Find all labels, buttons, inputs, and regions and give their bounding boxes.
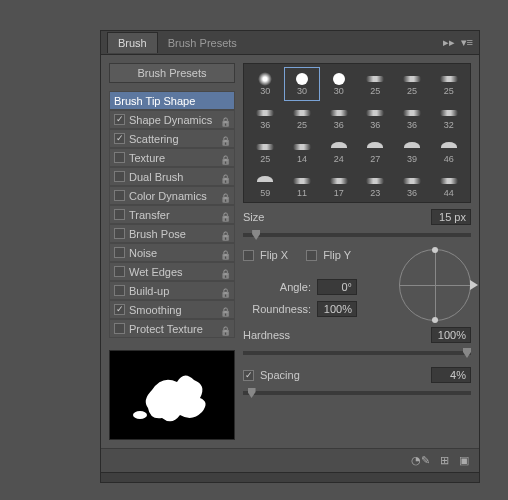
- hardness-slider[interactable]: [243, 351, 471, 355]
- option-color-dynamics[interactable]: Color Dynamics: [109, 186, 235, 205]
- brush-preview: [109, 350, 235, 440]
- option-checkbox[interactable]: [114, 228, 125, 239]
- option-checkbox[interactable]: [114, 190, 125, 201]
- option-checkbox[interactable]: [114, 114, 125, 125]
- option-checkbox[interactable]: [114, 266, 125, 277]
- option-label: Color Dynamics: [129, 190, 207, 202]
- option-wet-edges[interactable]: Wet Edges: [109, 262, 235, 281]
- brush-thumbnail[interactable]: 23: [358, 170, 393, 202]
- size-slider[interactable]: [243, 233, 471, 237]
- brush-thumbnail[interactable]: 59: [248, 170, 283, 202]
- lock-icon[interactable]: [220, 134, 230, 144]
- option-label: Wet Edges: [129, 266, 183, 278]
- panel-footer: ◔✎ ⊞ ▣: [101, 448, 479, 472]
- brush-thumbnail[interactable]: 44: [431, 170, 466, 202]
- collapse-icon[interactable]: ▸▸: [443, 36, 455, 49]
- option-protect-texture[interactable]: Protect Texture: [109, 319, 235, 338]
- brush-thumbnail[interactable]: 17: [321, 170, 356, 202]
- lock-icon[interactable]: [220, 324, 230, 334]
- brush-panel: Brush Brush Presets ▸▸ ▾≡ Brush Presets …: [100, 30, 480, 483]
- option-checkbox[interactable]: [114, 209, 125, 220]
- option-label: Brush Tip Shape: [114, 95, 195, 107]
- lock-icon[interactable]: [220, 172, 230, 182]
- option-noise[interactable]: Noise: [109, 243, 235, 262]
- option-transfer[interactable]: Transfer: [109, 205, 235, 224]
- lock-icon[interactable]: [220, 115, 230, 125]
- brush-thumbnail[interactable]: 25: [395, 68, 430, 100]
- option-label: Protect Texture: [129, 323, 203, 335]
- brush-thumbnail[interactable]: 27: [358, 136, 393, 168]
- lock-icon[interactable]: [220, 305, 230, 315]
- brush-thumbnail[interactable]: 25: [248, 136, 283, 168]
- brush-thumbnail[interactable]: 11: [285, 170, 320, 202]
- flipx-checkbox[interactable]: [243, 250, 254, 261]
- option-checkbox[interactable]: [114, 152, 125, 163]
- option-build-up[interactable]: Build-up: [109, 281, 235, 300]
- svg-point-1: [157, 400, 177, 416]
- roundness-value[interactable]: 100%: [317, 301, 357, 317]
- toggle-preview-icon[interactable]: ◔✎: [411, 454, 430, 467]
- option-brush-pose[interactable]: Brush Pose: [109, 224, 235, 243]
- brush-thumbnail[interactable]: 36: [395, 102, 430, 134]
- brush-thumbnail[interactable]: 25: [285, 102, 320, 134]
- lock-icon[interactable]: [220, 153, 230, 163]
- option-brush-tip-shape[interactable]: Brush Tip Shape: [109, 91, 235, 110]
- hardness-label: Hardness: [243, 329, 311, 341]
- roundness-label: Roundness:: [243, 303, 311, 315]
- lock-icon[interactable]: [220, 248, 230, 258]
- brush-thumbnail[interactable]: 30: [248, 68, 283, 100]
- flipx-label: Flip X: [260, 249, 288, 261]
- angle-value[interactable]: 0°: [317, 279, 357, 295]
- option-smoothing[interactable]: Smoothing: [109, 300, 235, 319]
- angle-control[interactable]: [399, 249, 471, 321]
- spacing-checkbox[interactable]: [243, 370, 254, 381]
- brush-thumbnail[interactable]: 25: [358, 68, 393, 100]
- option-texture[interactable]: Texture: [109, 148, 235, 167]
- brush-thumbnail[interactable]: 36: [248, 102, 283, 134]
- brush-thumbnail[interactable]: 25: [431, 68, 466, 100]
- option-checkbox[interactable]: [114, 304, 125, 315]
- tab-brush-presets[interactable]: Brush Presets: [158, 33, 247, 53]
- flipy-checkbox[interactable]: [306, 250, 317, 261]
- trash-icon[interactable]: ▣: [459, 454, 469, 467]
- brush-thumbnail[interactable]: 36: [358, 102, 393, 134]
- hardness-value[interactable]: 100%: [431, 327, 471, 343]
- brush-thumbnail-grid[interactable]: 3030302525253625363636322514242739465911…: [243, 63, 471, 203]
- new-brush-icon[interactable]: ⊞: [440, 454, 449, 467]
- lock-icon[interactable]: [220, 286, 230, 296]
- lock-icon[interactable]: [220, 267, 230, 277]
- option-scattering[interactable]: Scattering: [109, 129, 235, 148]
- option-checkbox[interactable]: [114, 133, 125, 144]
- brush-thumbnail[interactable]: 46: [431, 136, 466, 168]
- option-checkbox[interactable]: [114, 285, 125, 296]
- option-label: Shape Dynamics: [129, 114, 212, 126]
- size-label: Size: [243, 211, 311, 223]
- lock-icon[interactable]: [220, 229, 230, 239]
- option-checkbox[interactable]: [114, 323, 125, 334]
- brush-thumbnail[interactable]: 14: [285, 136, 320, 168]
- lock-icon[interactable]: [220, 191, 230, 201]
- brush-thumbnail[interactable]: 32: [431, 102, 466, 134]
- brush-thumbnail[interactable]: 24: [321, 136, 356, 168]
- option-dual-brush[interactable]: Dual Brush: [109, 167, 235, 186]
- option-shape-dynamics[interactable]: Shape Dynamics: [109, 110, 235, 129]
- svg-point-0: [133, 411, 147, 419]
- option-label: Texture: [129, 152, 165, 164]
- option-label: Scattering: [129, 133, 179, 145]
- svg-point-2: [175, 392, 193, 412]
- spacing-value[interactable]: 4%: [431, 367, 471, 383]
- brush-thumbnail[interactable]: 36: [321, 102, 356, 134]
- tab-brush[interactable]: Brush: [107, 32, 158, 53]
- panel-menu-icon[interactable]: ▾≡: [461, 36, 473, 49]
- brush-thumbnail[interactable]: 30: [285, 68, 320, 100]
- option-checkbox[interactable]: [114, 247, 125, 258]
- option-checkbox[interactable]: [114, 171, 125, 182]
- brush-thumbnail[interactable]: 30: [321, 68, 356, 100]
- brush-presets-button[interactable]: Brush Presets: [109, 63, 235, 83]
- lock-icon[interactable]: [220, 210, 230, 220]
- brush-thumbnail[interactable]: 39: [395, 136, 430, 168]
- size-value[interactable]: 15 px: [431, 209, 471, 225]
- resize-grip[interactable]: [101, 472, 479, 482]
- brush-thumbnail[interactable]: 36: [395, 170, 430, 202]
- spacing-slider[interactable]: [243, 391, 471, 395]
